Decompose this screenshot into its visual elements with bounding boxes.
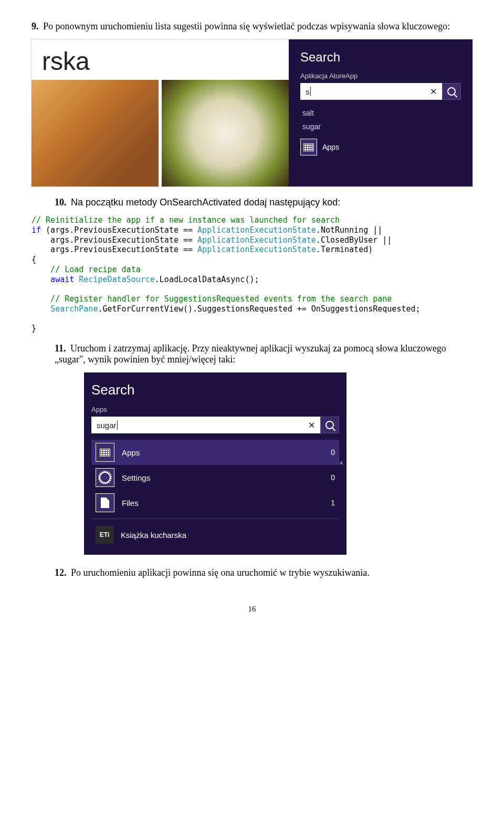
step-num: 12. [55, 567, 67, 578]
search-button[interactable] [320, 417, 339, 433]
search-input[interactable]: s ✕ [300, 83, 442, 100]
clear-icon[interactable]: ✕ [308, 420, 315, 430]
gear-icon [99, 472, 111, 483]
files-tile [96, 493, 114, 512]
code-text: .NotRunning || [316, 225, 382, 235]
code-text: .LoadLocalDataAsync(); [155, 275, 259, 284]
code-text [74, 275, 79, 284]
code-text: .ClosedByUser || [316, 235, 392, 245]
app-tile-eti: ETi [96, 526, 113, 544]
scope-row-apps[interactable]: Apps 0 [91, 440, 339, 465]
step-num: 9. [32, 21, 39, 32]
code-text: .Terminated) [316, 245, 373, 254]
search-row: s ✕ [300, 83, 461, 100]
scroll-up-icon[interactable]: ▲ [338, 459, 344, 466]
code-type: RecipeDataSource [79, 275, 155, 284]
apps-label: Apps [322, 143, 339, 151]
step-text: Po ponownym uruchomieniu lista sugestii … [43, 21, 450, 32]
screenshot-search-results: Search Apps sugar ✕ ▲ Apps 0 Settings 0 [84, 372, 346, 555]
search-pane-title: Search [300, 50, 461, 65]
code-text: { [32, 255, 36, 264]
search-title: Search [91, 382, 339, 398]
step-12: 12. Po uruchomieniu aplikacji powinna si… [55, 567, 472, 578]
clear-icon[interactable]: ✕ [430, 87, 437, 97]
search-suggestion[interactable]: sugar [300, 120, 461, 133]
code-type: ApplicationExecutionState [197, 225, 316, 235]
divider [91, 519, 339, 519]
keyboard-icon [303, 143, 314, 151]
food-app-title: rska [32, 39, 289, 76]
search-query-text: s [306, 87, 310, 96]
code-text: args.PreviousExecutionState == [32, 245, 197, 254]
code-keyword: if [32, 225, 41, 235]
scope-label: Settings [122, 473, 150, 482]
step-text: Po uruchomieniu aplikacji powinna się on… [71, 567, 370, 578]
step-9: 9. Po ponownym uruchomieniu lista sugest… [32, 21, 472, 32]
code-comment: // Reinitialize the app if a new instanc… [32, 215, 340, 225]
food-images [32, 80, 289, 186]
code-blank [32, 314, 36, 324]
search-charm-pane: Search Aplikacja AtoreApp s ✕ salt sugar [289, 39, 472, 186]
scope-label: Apps [122, 448, 140, 457]
step-num: 10. [55, 197, 67, 208]
search-row: sugar ✕ [91, 417, 339, 433]
text-caret [117, 420, 118, 430]
code-type: ApplicationExecutionState [197, 235, 316, 245]
scope-count: 1 [331, 499, 335, 507]
app-result-row[interactable]: ETi Książka kucharska [91, 522, 339, 547]
code-text: } [32, 324, 36, 333]
step-text: Uruchom i zatrzymaj aplikację. Przy niea… [55, 343, 446, 365]
code-text: (args.PreviousExecutionState == [41, 225, 197, 235]
app-result-label: Książka kucharska [121, 531, 186, 540]
step-text: Na początku metody OnSearchActivated dod… [71, 197, 340, 208]
settings-tile [96, 468, 114, 487]
search-button[interactable] [442, 83, 461, 100]
keyboard-icon [100, 449, 110, 457]
step-11: 11. Uruchom i zatrzymaj aplikację. Przy … [55, 343, 472, 365]
code-comment: // Load recipe data [32, 265, 141, 274]
search-icon [447, 87, 456, 96]
apps-tile [300, 139, 317, 155]
search-input[interactable]: sugar ✕ [91, 417, 320, 433]
code-text [32, 304, 50, 314]
code-type: SearchPane [50, 304, 98, 314]
code-text: args.PreviousExecutionState == [32, 235, 197, 245]
search-pane-subtitle: Aplikacja AtoreApp [300, 72, 461, 80]
scope-row-settings[interactable]: Settings 0 [91, 465, 339, 490]
scope-row-files[interactable]: Files 1 [91, 490, 339, 515]
text-caret [310, 87, 311, 96]
code-block: // Reinitialize the app if a new instanc… [32, 215, 472, 334]
food-photo-1 [32, 80, 159, 186]
scope-label: Files [122, 499, 139, 507]
step-num: 11. [55, 343, 66, 354]
apps-scope-row[interactable]: Apps [300, 139, 461, 155]
scope-count: 0 [331, 473, 335, 482]
scope-count: 0 [331, 448, 335, 457]
page-number: 16 [32, 605, 472, 614]
step-10: 10. Na początku metody OnSearchActivated… [55, 197, 472, 208]
search-icon [326, 421, 334, 429]
food-app-panel: rska [32, 39, 289, 186]
apps-tile [96, 443, 114, 462]
code-type: ApplicationExecutionState [197, 245, 316, 254]
code-blank [32, 284, 36, 294]
screenshot-search-suggestions: rska Search Aplikacja AtoreApp s ✕ salt … [32, 39, 472, 186]
file-icon [101, 497, 109, 508]
food-photo-2 [162, 80, 289, 186]
code-text: .GetForCurrentView().SuggestionsRequeste… [98, 304, 420, 314]
search-query-text: sugar [97, 421, 117, 430]
search-suggestion[interactable]: salt [300, 106, 461, 120]
search-scope-label: Apps [91, 406, 339, 413]
code-keyword: await [32, 275, 74, 284]
code-comment: // Register handler for SuggestionsReque… [32, 294, 392, 304]
